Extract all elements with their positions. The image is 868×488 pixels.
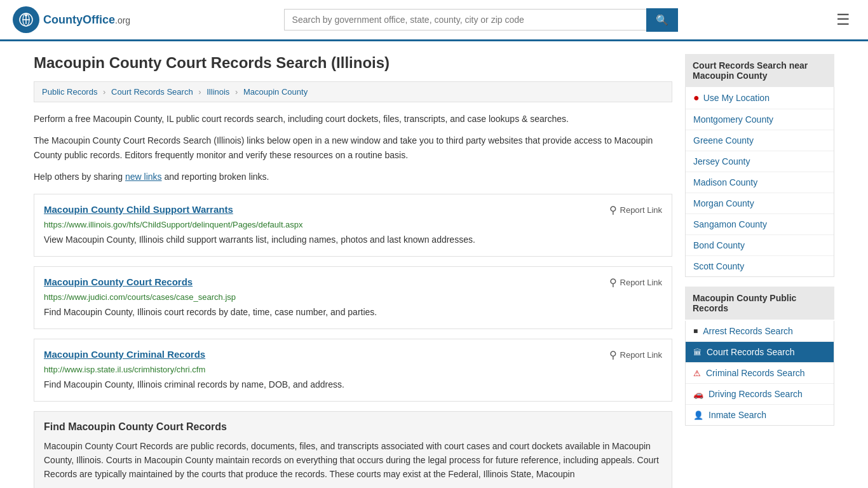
record-title-1[interactable]: Macoupin County Court Records [44, 276, 193, 287]
record-url-1: https://www.judici.com/courts/cases/case… [44, 292, 662, 302]
record-title-0[interactable]: Macoupin County Child Support Warrants [44, 204, 233, 215]
public-record-item-2: ⚠ Criminal Records Search [686, 363, 834, 384]
nearby-county-link-1[interactable]: Greene County [693, 135, 754, 146]
sidebar-nearby-section: Court Records Search near Macoupin Count… [685, 54, 834, 277]
logo-text: CountyOffice.org [43, 13, 130, 27]
nearby-county-3: Madison County [686, 172, 834, 193]
public-record-link-3[interactable]: 🚗 Driving Records Search [686, 384, 834, 404]
public-records-list: ■ Arrest Records Search 🏛 Court Records … [685, 321, 834, 426]
public-record-item-4: 👤 Inmate Search [686, 405, 834, 425]
nearby-county-link-4[interactable]: Morgan County [693, 198, 754, 208]
nearby-county-link-2[interactable]: Jersey County [693, 156, 750, 166]
use-location-item: ● Use My Location [686, 87, 834, 109]
driving-icon: 🚗 [693, 390, 703, 399]
right-sidebar: Court Records Search near Macoupin Count… [685, 54, 834, 488]
nearby-county-2: Jersey County [686, 151, 834, 172]
nearby-county-0: Montgomery County [686, 109, 834, 130]
desc-para-3: Help others by sharing new links and rep… [34, 170, 672, 184]
use-location-link[interactable]: Use My Location [703, 93, 770, 103]
record-cards: Macoupin County Child Support Warrants ⚲… [34, 194, 672, 402]
report-link-1[interactable]: ⚲ Report Link [609, 276, 662, 288]
nearby-county-1: Greene County [686, 130, 834, 151]
nearby-county-link-7[interactable]: Scott County [693, 261, 744, 271]
location-pin-icon: ● [693, 92, 700, 104]
record-desc-1: Find Macoupin County, Illinois court rec… [44, 306, 662, 319]
record-card-1: Macoupin County Court Records ⚲ Report L… [34, 266, 672, 329]
public-record-link-2[interactable]: ⚠ Criminal Records Search [686, 363, 834, 383]
search-input[interactable] [284, 9, 646, 30]
find-section-text: Macoupin County Court Records are public… [44, 439, 662, 482]
inmate-icon: 👤 [693, 410, 703, 420]
breadcrumb-sep-3: › [235, 87, 238, 97]
record-title-2[interactable]: Macoupin County Criminal Records [44, 349, 205, 360]
public-record-link-0[interactable]: ■ Arrest Records Search [686, 321, 834, 341]
public-record-item-3: 🚗 Driving Records Search [686, 384, 834, 405]
header: CountyOffice.org 🔍 ☰ [0, 0, 868, 41]
nearby-county-4: Morgan County [686, 193, 834, 214]
sidebar-public-records-header: Macoupin County Public Records [685, 287, 834, 320]
desc-para-2: The Macoupin County Court Records Search… [34, 133, 672, 162]
breadcrumb-court-records[interactable]: Court Records Search [111, 87, 193, 97]
public-record-link-1[interactable]: 🏛 Court Records Search [686, 342, 834, 362]
breadcrumb: Public Records › Court Records Search › … [34, 81, 672, 102]
page-title: Macoupin County Court Records Search (Il… [34, 54, 672, 72]
record-card-2: Macoupin County Criminal Records ⚲ Repor… [34, 339, 672, 402]
main-content: Macoupin County Court Records Search (Il… [21, 41, 847, 488]
hamburger-menu-button[interactable]: ☰ [831, 8, 855, 31]
report-link-2[interactable]: ⚲ Report Link [609, 349, 662, 361]
new-links-link[interactable]: new links [125, 172, 162, 182]
nearby-county-link-0[interactable]: Montgomery County [693, 114, 773, 125]
svg-point-2 [25, 14, 27, 17]
record-card-header-1: Macoupin County Court Records ⚲ Report L… [44, 276, 662, 288]
desc-para-1: Perform a free Macoupin County, IL publi… [34, 112, 672, 126]
nearby-county-link-3[interactable]: Madison County [693, 177, 757, 187]
breadcrumb-sep-2: › [198, 87, 201, 97]
find-section: Find Macoupin County Court Records Macou… [34, 411, 672, 488]
search-button[interactable]: 🔍 [646, 8, 678, 32]
record-url-0: https://www.illinois.gov/hfs/ChildSuppor… [44, 220, 662, 229]
nearby-county-6: Bond County [686, 235, 834, 256]
left-panel: Macoupin County Court Records Search (Il… [34, 54, 672, 488]
public-record-item-0: ■ Arrest Records Search [686, 321, 834, 342]
record-desc-2: Find Macoupin County, Illinois criminal … [44, 378, 662, 391]
court-icon: 🏛 [693, 348, 702, 357]
record-desc-0: View Macoupin County, Illinois child sup… [44, 233, 662, 247]
sidebar-nearby-list: ● Use My Location Montgomery County Gree… [685, 87, 834, 277]
find-section-title: Find Macoupin County Court Records [44, 421, 662, 433]
report-link-0[interactable]: ⚲ Report Link [609, 204, 662, 216]
nearby-county-5: Sangamon County [686, 214, 834, 235]
search-area: 🔍 [284, 8, 678, 32]
nearby-county-7: Scott County [686, 256, 834, 276]
breadcrumb-public-records[interactable]: Public Records [42, 87, 97, 97]
sidebar-nearby-header: Court Records Search near Macoupin Count… [685, 54, 834, 87]
report-icon-2: ⚲ [609, 349, 617, 361]
breadcrumb-illinois[interactable]: Illinois [207, 87, 229, 97]
record-card-header-0: Macoupin County Child Support Warrants ⚲… [44, 204, 662, 216]
breadcrumb-sep-1: › [103, 87, 105, 97]
logo-area: CountyOffice.org [13, 6, 130, 33]
arrest-icon: ■ [693, 327, 698, 336]
record-url-2: http://www.isp.state.il.us/crimhistory/c… [44, 365, 662, 374]
breadcrumb-macoupin[interactable]: Macoupin County [243, 87, 308, 97]
description: Perform a free Macoupin County, IL publi… [34, 112, 672, 184]
sidebar-public-records-section: Macoupin County Public Records ■ Arrest … [685, 287, 834, 426]
nearby-county-link-5[interactable]: Sangamon County [693, 219, 767, 229]
criminal-icon: ⚠ [693, 369, 701, 378]
logo-icon [13, 6, 39, 33]
record-card-0: Macoupin County Child Support Warrants ⚲… [34, 194, 672, 257]
report-icon-1: ⚲ [609, 276, 617, 288]
public-record-item-1: 🏛 Court Records Search [686, 342, 834, 363]
public-record-link-4[interactable]: 👤 Inmate Search [686, 405, 834, 425]
report-icon-0: ⚲ [609, 204, 617, 216]
nearby-county-link-6[interactable]: Bond County [693, 240, 745, 250]
record-card-header-2: Macoupin County Criminal Records ⚲ Repor… [44, 349, 662, 361]
